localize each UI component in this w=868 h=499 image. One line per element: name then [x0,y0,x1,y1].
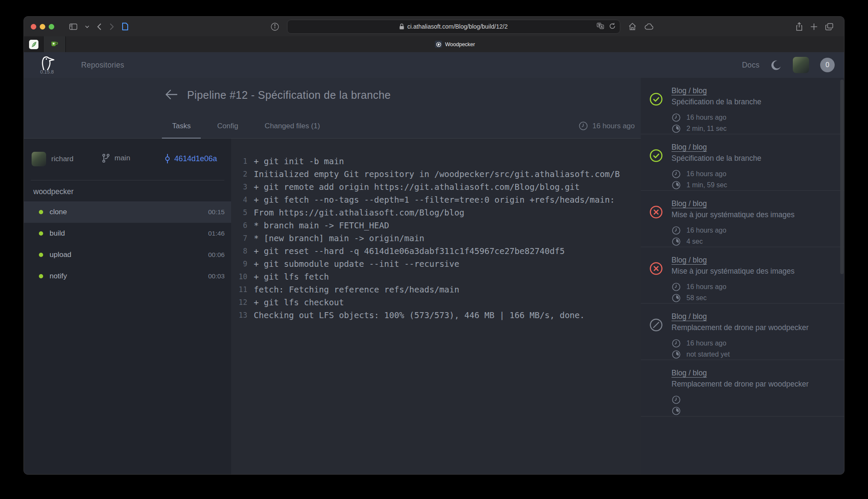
clock-icon [578,121,588,131]
commit-branch: main [102,154,130,163]
pipeline-duration-meta: 58 sec [672,292,845,304]
chevron-down-icon[interactable] [85,25,89,28]
pipeline-tab[interactable]: Changed files (1) [255,114,330,138]
step-duration: 00:03 [208,272,225,280]
line-text: + git init -b main [254,156,344,166]
line-number: 4 [231,195,247,204]
step-success-dot [39,253,43,257]
clock-icon [672,169,681,179]
pipeline-tab[interactable]: Tasks [162,114,201,138]
failure-icon [649,205,663,219]
nav-docs[interactable]: Docs [742,61,760,70]
repo-link[interactable]: Blog / blog [672,143,707,154]
woodpecker-logo[interactable]: 0.15.8 [36,56,58,74]
repo-link[interactable]: Blog / blog [672,312,707,323]
step-success-dot [39,274,43,278]
step-row[interactable]: upload 00:06 [24,244,231,266]
translate-icon[interactable] [597,23,604,31]
console-line: 2 Initialized empty Git repository in /w… [231,168,641,180]
line-number: 8 [231,247,247,255]
step-duration: 00:06 [208,251,225,259]
duration-icon [672,293,681,303]
new-tab-icon[interactable] [810,23,818,30]
pipeline-tab[interactable]: Config [207,114,248,138]
user-avatar[interactable] [793,57,809,73]
sidebar-toggle-icon[interactable] [69,24,77,30]
line-text: + git submodule update --init --recursiv… [254,259,459,269]
repo-link[interactable]: Blog / blog [672,369,707,380]
active-tab[interactable]: Woodpecker [66,36,844,52]
cloud-icon[interactable] [644,24,654,30]
pinned-tab-gitea-feather[interactable] [24,36,44,52]
console-line: 7 * [new branch] main -> origin/main [231,232,641,245]
pipeline-duration-meta: 2 min, 11 sec [672,123,845,134]
pipeline-history-item[interactable]: Blog / blog Spécification de la branche … [641,78,845,134]
console-log[interactable]: 1 + git init -b main 2 Initialized empty… [231,139,641,474]
tab-overview-icon[interactable] [825,23,833,30]
pipeline-history-item[interactable]: Blog / blog Spécification de la branche … [641,134,845,191]
pipeline-time-meta: 16 hours ago [672,168,845,180]
info-icon[interactable] [271,23,279,31]
step-row[interactable]: notify 00:03 [24,266,231,287]
line-text: + git fetch --no-tags --depth=1 --filter… [254,195,615,205]
console-line: 10 + git lfs fetch [231,270,641,283]
share-icon[interactable] [796,22,803,31]
nav-repositories[interactable]: Repositories [81,61,124,70]
step-duration: 00:15 [208,208,225,216]
close-window-button[interactable] [31,24,36,30]
back-arrow-icon[interactable] [165,89,178,100]
workflow-group-label: woodpecker [24,180,231,201]
line-text: * [new branch] main -> origin/main [254,233,424,243]
dark-mode-toggle-icon[interactable] [771,59,782,71]
notifications-badge[interactable]: 0 [820,58,835,72]
commit-author: richard [32,152,73,166]
step-list: clone 00:15 build 01:46 [24,201,231,287]
step-name: upload [50,251,71,259]
browser-titlebar: ci.athaliasoft.com/Blog/blog/build/12/2 [24,17,844,36]
home-icon[interactable] [628,23,636,30]
sidebar-scrollbar[interactable] [840,80,844,274]
reload-icon[interactable] [609,23,616,31]
duration-icon [672,406,681,416]
pinned-tab-teacup[interactable] [44,36,66,52]
back-button[interactable] [97,23,102,30]
step-row[interactable]: build 01:46 [24,223,231,244]
console-line: 11 fetch: Fetching reference refs/heads/… [231,283,641,296]
repo-link[interactable]: Blog / blog [672,86,707,97]
screen: ci.athaliasoft.com/Blog/blog/build/12/2 [0,0,868,499]
line-text: + git remote add origin https://git.atha… [254,182,580,192]
clock-icon [672,113,681,122]
success-icon [649,149,663,162]
step-row[interactable]: clone 00:15 [24,201,231,223]
zoom-window-button[interactable] [49,24,54,30]
teacup-favicon [51,41,58,48]
app-header: 0.15.8 Repositories Docs 0 [24,52,844,78]
duration-icon [672,237,681,246]
clock-icon [672,395,681,405]
line-text: fetch: Fetching reference refs/heads/mai… [254,285,459,295]
pipeline-time-meta: 16 hours ago [672,225,845,236]
pipeline-history-item[interactable]: Blog / blog Remplacement de drone par wo… [641,304,845,360]
address-bar[interactable]: ci.athaliasoft.com/Blog/blog/build/12/2 [287,20,620,34]
repo-link[interactable]: Blog / blog [672,199,707,210]
pipeline-history-item[interactable]: Blog / blog Mise à jour systématique des… [641,247,845,304]
repo-link[interactable]: Blog / blog [672,256,707,267]
line-number: 13 [231,311,247,319]
line-text: + git reset --hard -q 4614d1e06a3dabf311… [254,246,565,256]
line-text: From https://git.athaliasoft.com/Blog/bl… [254,208,464,218]
not-started-icon [649,318,663,332]
reader-document-icon[interactable] [122,22,129,31]
commit-link[interactable]: 4614d1e06a [164,154,217,164]
pipeline-history-item[interactable]: Blog / blog Remplacement de drone par wo… [641,360,845,416]
minimize-window-button[interactable] [40,24,45,30]
duration-icon [672,124,681,133]
line-number: 6 [231,221,247,230]
version-label: 0.15.8 [40,69,54,74]
line-text: Initialized empty Git repository in /woo… [254,169,620,179]
success-icon [649,92,663,106]
step-name: clone [50,208,67,216]
forward-button[interactable] [109,23,114,30]
pipeline-history-item[interactable]: Blog / blog Mise à jour systématique des… [641,191,845,247]
pipeline-message: Spécification de la branche [672,97,845,109]
line-text: Checking out LFS objects: 100% (573/573)… [254,310,585,320]
